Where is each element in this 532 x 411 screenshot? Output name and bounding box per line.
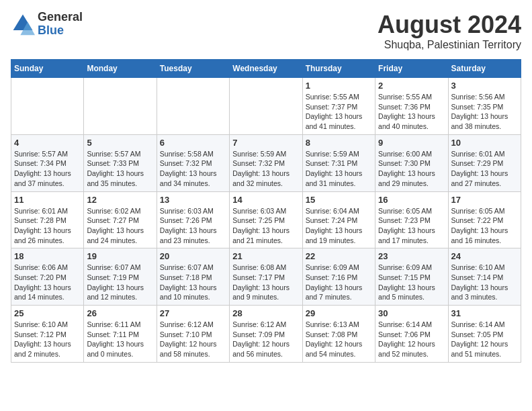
calendar-cell: 24Sunrise: 6:10 AMSunset: 7:14 PMDayligh…: [448, 248, 521, 306]
day-info: Sunrise: 6:08 AMSunset: 7:17 PMDaylight:…: [232, 263, 299, 302]
day-info: Sunrise: 6:10 AMSunset: 7:14 PMDaylight:…: [451, 263, 518, 302]
day-number: 10: [451, 138, 518, 148]
day-number: 20: [160, 251, 226, 261]
day-info: Sunrise: 5:58 AMSunset: 7:32 PMDaylight:…: [160, 149, 226, 189]
calendar-cell: 5Sunrise: 5:57 AMSunset: 7:33 PMDaylight…: [84, 134, 157, 191]
day-info: Sunrise: 5:59 AMSunset: 7:32 PMDaylight:…: [232, 149, 299, 189]
day-info: Sunrise: 6:14 AMSunset: 7:06 PMDaylight:…: [378, 320, 445, 359]
day-number: 19: [87, 251, 153, 261]
day-number: 6: [160, 138, 226, 148]
day-info: Sunrise: 6:00 AMSunset: 7:30 PMDaylight:…: [378, 149, 445, 189]
day-info: Sunrise: 6:09 AMSunset: 7:15 PMDaylight:…: [378, 263, 445, 302]
day-number: 5: [87, 138, 153, 148]
day-info: Sunrise: 6:01 AMSunset: 7:28 PMDaylight:…: [14, 206, 81, 246]
calendar-cell: [84, 78, 157, 135]
calendar-cell: [230, 78, 302, 135]
calendar-cell: 19Sunrise: 6:07 AMSunset: 7:19 PMDayligh…: [84, 248, 157, 306]
calendar-cell: 1Sunrise: 5:55 AMSunset: 7:37 PMDaylight…: [302, 78, 375, 135]
day-info: Sunrise: 5:57 AMSunset: 7:33 PMDaylight:…: [87, 149, 153, 189]
logo-icon: [11, 12, 35, 36]
calendar-cell: 15Sunrise: 6:04 AMSunset: 7:24 PMDayligh…: [302, 191, 375, 248]
day-number: 14: [232, 195, 299, 205]
calendar-cell: 30Sunrise: 6:14 AMSunset: 7:06 PMDayligh…: [375, 306, 448, 363]
day-number: 7: [232, 138, 299, 148]
weekday-header-tuesday: Tuesday: [157, 60, 229, 78]
day-info: Sunrise: 6:03 AMSunset: 7:25 PMDaylight:…: [232, 206, 299, 246]
calendar: SundayMondayTuesdayWednesdayThursdayFrid…: [11, 59, 521, 363]
day-info: Sunrise: 6:05 AMSunset: 7:23 PMDaylight:…: [378, 206, 445, 246]
day-info: Sunrise: 6:10 AMSunset: 7:12 PMDaylight:…: [14, 320, 81, 359]
calendar-cell: [11, 78, 84, 135]
calendar-cell: 25Sunrise: 6:10 AMSunset: 7:12 PMDayligh…: [11, 306, 84, 363]
day-number: 29: [306, 308, 372, 318]
day-info: Sunrise: 6:06 AMSunset: 7:20 PMDaylight:…: [14, 263, 81, 302]
week-row-1: 1Sunrise: 5:55 AMSunset: 7:37 PMDaylight…: [11, 78, 521, 135]
weekday-header-monday: Monday: [84, 60, 157, 78]
location: Shuqba, Palestinian Territory: [378, 39, 521, 51]
day-info: Sunrise: 5:55 AMSunset: 7:36 PMDaylight:…: [378, 92, 445, 132]
calendar-cell: 16Sunrise: 6:05 AMSunset: 7:23 PMDayligh…: [375, 191, 448, 248]
calendar-cell: 3Sunrise: 5:56 AMSunset: 7:35 PMDaylight…: [448, 78, 521, 135]
calendar-cell: 27Sunrise: 6:12 AMSunset: 7:10 PMDayligh…: [157, 306, 229, 363]
day-number: 30: [378, 308, 445, 318]
calendar-cell: 17Sunrise: 6:05 AMSunset: 7:22 PMDayligh…: [448, 191, 521, 248]
day-info: Sunrise: 6:12 AMSunset: 7:10 PMDaylight:…: [160, 320, 226, 359]
day-info: Sunrise: 6:01 AMSunset: 7:29 PMDaylight:…: [451, 149, 518, 189]
day-info: Sunrise: 5:57 AMSunset: 7:34 PMDaylight:…: [14, 149, 81, 189]
day-number: 26: [87, 308, 153, 318]
day-number: 22: [306, 251, 372, 261]
calendar-cell: 10Sunrise: 6:01 AMSunset: 7:29 PMDayligh…: [448, 134, 521, 191]
day-info: Sunrise: 6:04 AMSunset: 7:24 PMDaylight:…: [306, 206, 372, 246]
calendar-cell: 28Sunrise: 6:12 AMSunset: 7:09 PMDayligh…: [230, 306, 302, 363]
calendar-cell: 4Sunrise: 5:57 AMSunset: 7:34 PMDaylight…: [11, 134, 84, 191]
month-year: August 2024: [378, 11, 521, 39]
day-number: 3: [451, 81, 518, 91]
day-number: 18: [14, 251, 81, 261]
calendar-cell: [157, 78, 229, 135]
day-number: 15: [306, 195, 372, 205]
calendar-cell: 23Sunrise: 6:09 AMSunset: 7:15 PMDayligh…: [375, 248, 448, 306]
week-row-4: 18Sunrise: 6:06 AMSunset: 7:20 PMDayligh…: [11, 248, 521, 306]
day-number: 4: [14, 138, 81, 148]
weekday-row: SundayMondayTuesdayWednesdayThursdayFrid…: [11, 60, 521, 78]
day-number: 27: [160, 308, 226, 318]
day-number: 13: [160, 195, 226, 205]
calendar-cell: 11Sunrise: 6:01 AMSunset: 7:28 PMDayligh…: [11, 191, 84, 248]
day-info: Sunrise: 6:02 AMSunset: 7:27 PMDaylight:…: [87, 206, 153, 246]
day-number: 21: [232, 251, 299, 261]
calendar-body: 1Sunrise: 5:55 AMSunset: 7:37 PMDaylight…: [11, 78, 521, 363]
day-number: 28: [232, 308, 299, 318]
day-info: Sunrise: 6:12 AMSunset: 7:09 PMDaylight:…: [232, 320, 299, 359]
calendar-cell: 26Sunrise: 6:11 AMSunset: 7:11 PMDayligh…: [84, 306, 157, 363]
day-number: 24: [451, 251, 518, 261]
day-number: 12: [87, 195, 153, 205]
calendar-cell: 20Sunrise: 6:07 AMSunset: 7:18 PMDayligh…: [157, 248, 229, 306]
logo: General Blue: [11, 11, 83, 38]
weekday-header-sunday: Sunday: [11, 60, 84, 78]
calendar-cell: 29Sunrise: 6:13 AMSunset: 7:08 PMDayligh…: [302, 306, 375, 363]
calendar-cell: 2Sunrise: 5:55 AMSunset: 7:36 PMDaylight…: [375, 78, 448, 135]
calendar-cell: 6Sunrise: 5:58 AMSunset: 7:32 PMDaylight…: [157, 134, 229, 191]
logo-text: General Blue: [38, 11, 83, 38]
day-info: Sunrise: 6:05 AMSunset: 7:22 PMDaylight:…: [451, 206, 518, 246]
day-number: 11: [14, 195, 81, 205]
day-number: 16: [378, 195, 445, 205]
logo-general-text: General: [38, 11, 83, 24]
calendar-cell: 18Sunrise: 6:06 AMSunset: 7:20 PMDayligh…: [11, 248, 84, 306]
calendar-header: SundayMondayTuesdayWednesdayThursdayFrid…: [11, 60, 521, 78]
calendar-cell: 7Sunrise: 5:59 AMSunset: 7:32 PMDaylight…: [230, 134, 302, 191]
day-info: Sunrise: 5:56 AMSunset: 7:35 PMDaylight:…: [451, 92, 518, 132]
weekday-header-wednesday: Wednesday: [230, 60, 302, 78]
calendar-cell: 13Sunrise: 6:03 AMSunset: 7:26 PMDayligh…: [157, 191, 229, 248]
day-info: Sunrise: 6:07 AMSunset: 7:18 PMDaylight:…: [160, 263, 226, 302]
day-number: 2: [378, 81, 445, 91]
title-area: August 2024 Shuqba, Palestinian Territor…: [378, 11, 521, 51]
week-row-5: 25Sunrise: 6:10 AMSunset: 7:12 PMDayligh…: [11, 306, 521, 363]
calendar-cell: 12Sunrise: 6:02 AMSunset: 7:27 PMDayligh…: [84, 191, 157, 248]
calendar-cell: 9Sunrise: 6:00 AMSunset: 7:30 PMDaylight…: [375, 134, 448, 191]
day-number: 8: [306, 138, 372, 148]
day-info: Sunrise: 6:14 AMSunset: 7:05 PMDaylight:…: [451, 320, 518, 359]
day-number: 1: [306, 81, 372, 91]
calendar-cell: 21Sunrise: 6:08 AMSunset: 7:17 PMDayligh…: [230, 248, 302, 306]
day-info: Sunrise: 6:09 AMSunset: 7:16 PMDaylight:…: [306, 263, 372, 302]
